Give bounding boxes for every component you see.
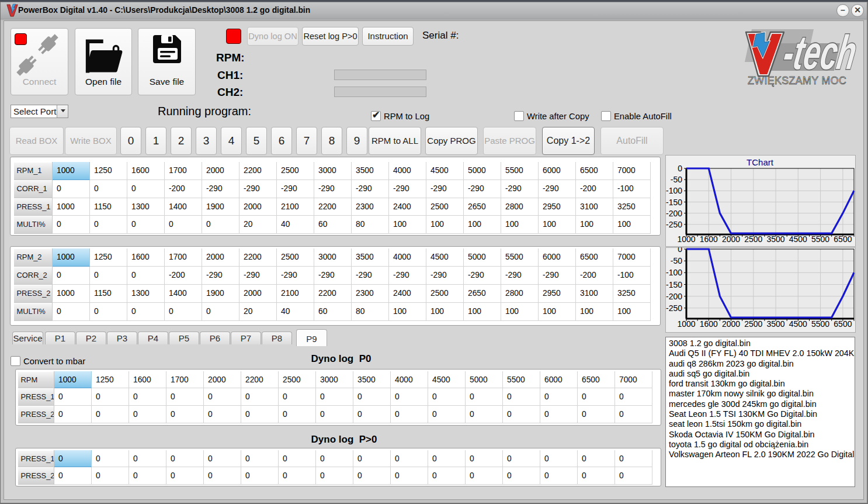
svg-text:-200: -200 bbox=[666, 292, 682, 301]
svg-text:5500: 5500 bbox=[811, 319, 829, 329]
svg-text:-50: -50 bbox=[671, 256, 682, 265]
svg-text:-150: -150 bbox=[666, 280, 682, 289]
svg-text:-100: -100 bbox=[666, 268, 682, 277]
svg-text:1600: 1600 bbox=[700, 234, 718, 244]
svg-text:2000: 2000 bbox=[722, 319, 740, 329]
svg-text:2500: 2500 bbox=[744, 234, 762, 244]
svg-text:1600: 1600 bbox=[700, 319, 718, 329]
svg-text:6500: 6500 bbox=[834, 234, 852, 244]
svg-text:0: 0 bbox=[678, 164, 682, 173]
svg-text:2000: 2000 bbox=[722, 234, 740, 244]
svg-text:6500: 6500 bbox=[834, 319, 852, 329]
svg-text:-200: -200 bbox=[666, 209, 682, 218]
svg-text:-150: -150 bbox=[666, 198, 682, 207]
svg-text:-tech: -tech bbox=[780, 25, 857, 80]
svg-text:2500: 2500 bbox=[744, 319, 762, 329]
svg-text:ZWIĘKSZAMY MOC: ZWIĘKSZAMY MOC bbox=[748, 75, 846, 87]
svg-text:4500: 4500 bbox=[789, 234, 807, 244]
svg-text:-250: -250 bbox=[666, 220, 682, 229]
svg-text:1000: 1000 bbox=[677, 319, 695, 329]
svg-text:1000: 1000 bbox=[677, 234, 695, 244]
svg-text:TChart: TChart bbox=[747, 157, 774, 167]
svg-text:5500: 5500 bbox=[811, 234, 829, 244]
svg-text:3500: 3500 bbox=[767, 234, 785, 244]
svg-text:-250: -250 bbox=[666, 303, 682, 313]
svg-text:4500: 4500 bbox=[789, 319, 807, 329]
svg-text:3500: 3500 bbox=[767, 319, 785, 329]
svg-text:-50: -50 bbox=[671, 175, 682, 184]
svg-text:-100: -100 bbox=[666, 186, 682, 195]
svg-text:0: 0 bbox=[678, 247, 682, 254]
